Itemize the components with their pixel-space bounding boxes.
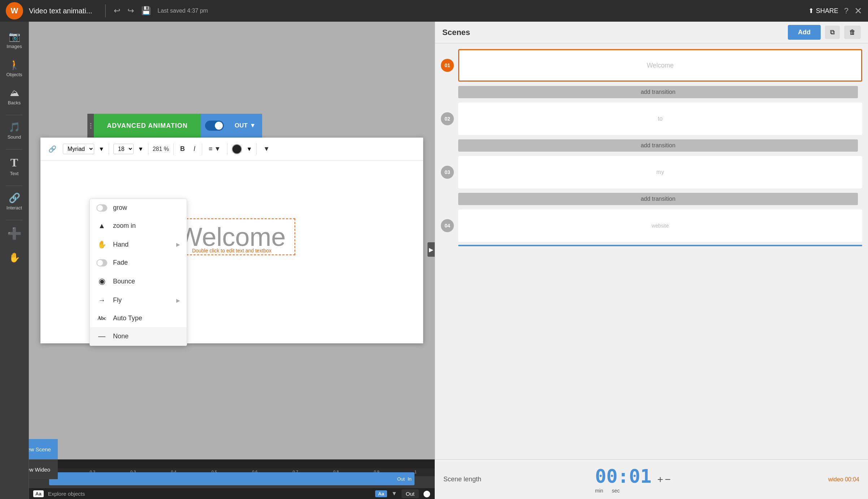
animation-toggle[interactable]	[205, 121, 224, 131]
dropdown-item-fly[interactable]: → Fly ▶	[90, 291, 187, 309]
add-transition-button-2[interactable]: add transition	[458, 139, 858, 152]
decrease-time-button[interactable]: −	[665, 474, 670, 485]
redo-button[interactable]: ↪	[124, 4, 138, 18]
color-picker[interactable]	[232, 144, 242, 154]
hand-icon-dd: ✋	[96, 240, 107, 249]
more-options-button[interactable]: ▼	[261, 143, 272, 155]
timeline-in-label: In	[408, 476, 412, 482]
dropdown-item-none[interactable]: — None	[90, 327, 187, 346]
undo-button[interactable]: ↩	[110, 4, 124, 18]
timeline-track: 0.1 0.2 0.3 0.4 0.5 0.6 0.7 0.8 0.9 1 Ou…	[29, 468, 435, 488]
advanced-animation-button[interactable]: ADVANCED ANIMATION	[94, 114, 201, 138]
sidebar-item-images[interactable]: 📷 Images	[0, 27, 29, 53]
wideo-time: 00:04	[845, 476, 859, 482]
sidebar-item-text[interactable]: T Text	[0, 152, 29, 180]
scenes-header: Scenes Add ⧉ 🗑	[435, 22, 868, 43]
auto-type-icon: Abc	[96, 316, 107, 321]
close-button[interactable]: ✕	[854, 5, 862, 17]
scene-number-3: 03	[441, 166, 454, 179]
separator-4	[202, 143, 202, 155]
dropdown-item-auto-type[interactable]: Abc Auto Type	[90, 309, 187, 327]
chevron-icon-2: ▼	[138, 146, 144, 152]
scene-thumb-1[interactable]: Welcome	[458, 49, 862, 82]
scene-row-4: 04 website	[441, 209, 862, 242]
help-button[interactable]: ?	[844, 6, 849, 16]
separator-3	[173, 143, 174, 155]
add-scene-button[interactable]: Add	[788, 25, 821, 40]
person-icon: 🚶	[9, 59, 20, 70]
font-select[interactable]: Myriad	[63, 144, 94, 154]
sidebar-item-add[interactable]: ➕	[0, 223, 29, 246]
out-button[interactable]: OUT ▼	[228, 114, 262, 138]
last-saved-text: Last saved 4:37 pm	[157, 8, 208, 14]
scene-number-2: 02	[441, 112, 454, 125]
sidebar-item-sound[interactable]: 🎵 Sound	[0, 118, 29, 143]
delete-scene-button[interactable]: 🗑	[844, 26, 861, 39]
timeline-track-item[interactable]: Out In	[49, 472, 415, 485]
landscape-icon: ⛰	[10, 87, 19, 99]
duplicate-scene-button[interactable]: ⧉	[825, 26, 840, 39]
sidebar-item-objects[interactable]: 🚶 Objects	[0, 56, 29, 81]
scene-thumb-3[interactable]: my	[458, 156, 862, 188]
fade-toggle[interactable]	[96, 259, 107, 266]
right-panel: Scenes Add ⧉ 🗑 01 Welcome add transition…	[435, 22, 868, 499]
plus-icon: ➕	[7, 227, 22, 240]
share-button[interactable]: ⬆ SHARE	[808, 7, 838, 15]
scenes-title: Scenes	[442, 28, 784, 37]
animation-dropdown: grow ▲ zoom in ✋ Hand ▶ Fade ◉ Bounce → …	[90, 199, 187, 346]
italic-button[interactable]: I	[191, 143, 198, 155]
expand-panel-button[interactable]: ▶	[428, 242, 435, 257]
scene-thumb-4[interactable]: website	[458, 209, 862, 242]
separator	[109, 143, 109, 155]
none-icon: —	[96, 332, 107, 340]
drag-handle[interactable]	[87, 114, 94, 138]
wideo-label: wideo	[828, 476, 845, 482]
scene-number-4: 04	[441, 219, 454, 232]
dropdown-item-fade[interactable]: Fade	[90, 254, 187, 272]
add-transition-button-3[interactable]: add transition	[458, 193, 858, 205]
toggle-group	[201, 114, 228, 138]
scene-row-3: 03 my	[441, 156, 862, 188]
chevron-icon-3: ▼	[246, 146, 252, 152]
scene-row-2: 02 to	[441, 103, 862, 135]
sidebar-divider-2	[6, 149, 23, 149]
scene-thumb-2[interactable]: to	[458, 103, 862, 135]
scene-length-label: Scene length	[443, 476, 589, 483]
grow-toggle[interactable]	[96, 204, 107, 212]
separator-5	[227, 143, 227, 155]
time-minutes: 00:01	[595, 465, 652, 487]
increase-time-button[interactable]: +	[657, 474, 663, 485]
bold-button[interactable]: B	[178, 143, 187, 155]
dropdown-item-hand[interactable]: ✋ Hand ▶	[90, 235, 187, 254]
ruler-mark: 1	[415, 470, 417, 474]
font-size-select[interactable]: 18	[113, 144, 134, 154]
timeline: 0 0.1 0.2 0.3 0.4 0.5 0.6 0.7 0.8 0.9 1 …	[29, 459, 435, 499]
music-icon: 🎵	[9, 122, 20, 133]
sidebar-divider	[6, 115, 23, 115]
chevron-right-icon: ▶	[176, 242, 180, 247]
sidebar-item-backs[interactable]: ⛰ Backs	[0, 84, 29, 109]
chevron-icon: ▼	[99, 146, 104, 152]
chevron-right-icon-2: ▶	[176, 298, 180, 303]
sidebar-item-interact[interactable]: 🔗 Interact	[0, 189, 29, 214]
add-transition-button-1[interactable]: add transition	[458, 86, 858, 98]
timeline-bar: 0	[29, 460, 435, 468]
text-format-toolbar: 🔗 Myriad ▼ 18 ▼ 281 % B I ≡ ▼ ▼	[40, 138, 423, 161]
sidebar-divider-3	[6, 186, 23, 186]
dropdown-item-grow[interactable]: grow	[90, 199, 187, 217]
left-sidebar: 📷 Images 🚶 Objects ⛰ Backs 🎵 Sound T Tex…	[0, 22, 29, 499]
fly-icon: →	[96, 296, 107, 304]
align-button[interactable]: ≡ ▼	[207, 143, 223, 155]
timeline-progress-icon: ⬤	[423, 490, 430, 498]
link-button[interactable]: 🔗	[46, 143, 58, 155]
bounce-icon: ◉	[96, 277, 107, 286]
sidebar-divider-4	[6, 220, 23, 220]
chevron-down-icon: ▼	[250, 122, 256, 129]
min-label: min	[595, 488, 603, 494]
active-indicator	[458, 245, 862, 246]
dropdown-item-zoom-in[interactable]: ▲ zoom in	[90, 217, 187, 235]
sidebar-item-hand[interactable]: ✋	[0, 248, 29, 268]
hand-icon: ✋	[9, 252, 20, 263]
dropdown-item-bounce[interactable]: ◉ Bounce	[90, 272, 187, 291]
aa-badge: Aa	[33, 490, 44, 497]
